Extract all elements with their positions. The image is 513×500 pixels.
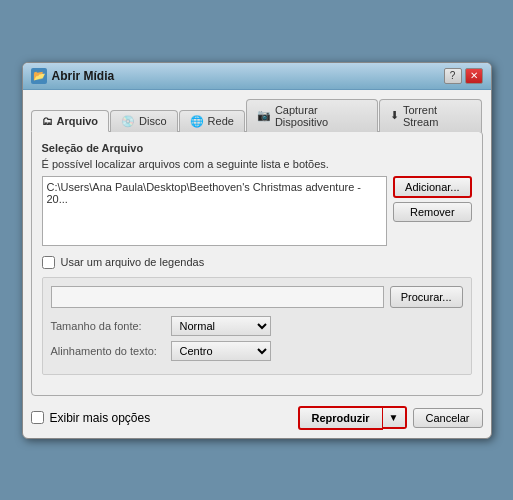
font-size-label: Tamanho da fonte: (51, 320, 171, 332)
subtitle-checkbox-row: Usar um arquivo de legendas (42, 256, 472, 269)
window-body: 🗂 Arquivo 💿 Disco 🌐 Rede 📷 Capturar Disp… (23, 90, 491, 438)
subtitle-file-input[interactable] (51, 286, 384, 308)
close-button[interactable]: ✕ (465, 68, 483, 84)
tab-capturar[interactable]: 📷 Capturar Dispositivo (246, 99, 378, 132)
tab-panel-arquivo: Seleção de Arquivo É possível localizar … (31, 131, 483, 396)
tab-disco-label: Disco (139, 115, 167, 127)
title-bar: 📂 Abrir Mídia ? ✕ (23, 63, 491, 90)
font-size-select[interactable]: Normal Pequeno Grande (171, 316, 271, 336)
align-label: Alinhamento do texto: (51, 345, 171, 357)
main-window: 📂 Abrir Mídia ? ✕ 🗂 Arquivo 💿 Disco 🌐 Re… (22, 62, 492, 439)
play-dropdown-button[interactable]: ▼ (383, 406, 407, 429)
more-options-checkbox[interactable] (31, 411, 44, 424)
file-section-title: Seleção de Arquivo (42, 142, 472, 154)
bottom-right: Reproduzir ▼ Cancelar (298, 406, 483, 430)
tab-arquivo-icon: 🗂 (42, 115, 53, 127)
subtitle-area: Procurar... Tamanho da fonte: Normal Peq… (42, 277, 472, 375)
play-button-group: Reproduzir ▼ (298, 406, 407, 430)
tab-rede-icon: 🌐 (190, 115, 204, 128)
browse-button[interactable]: Procurar... (390, 286, 463, 308)
align-row: Alinhamento do texto: Centro Esquerda Di… (51, 341, 463, 361)
help-button[interactable]: ? (444, 68, 462, 84)
subtitle-checkbox-label: Usar um arquivo de legendas (61, 256, 205, 268)
tab-arquivo-label: Arquivo (57, 115, 99, 127)
file-area: C:\Users\Ana Paula\Desktop\Beethoven's C… (42, 176, 472, 246)
subtitle-input-row: Procurar... (51, 286, 463, 308)
tab-bar: 🗂 Arquivo 💿 Disco 🌐 Rede 📷 Capturar Disp… (31, 98, 483, 131)
window-icon: 📂 (31, 68, 47, 84)
tab-disco-icon: 💿 (121, 115, 135, 128)
window-title: Abrir Mídia (52, 69, 115, 83)
add-button[interactable]: Adicionar... (393, 176, 471, 198)
title-controls: ? ✕ (444, 68, 483, 84)
play-button[interactable]: Reproduzir (298, 406, 383, 430)
remove-button[interactable]: Remover (393, 202, 471, 222)
tab-disco[interactable]: 💿 Disco (110, 110, 178, 132)
cancel-button[interactable]: Cancelar (413, 408, 483, 428)
file-path: C:\Users\Ana Paula\Desktop\Beethoven's C… (47, 181, 362, 205)
tab-torrent-label: Torrent Stream (403, 104, 471, 128)
more-options-label: Exibir mais opções (50, 411, 151, 425)
tab-rede-label: Rede (208, 115, 234, 127)
font-size-row: Tamanho da fonte: Normal Pequeno Grande (51, 316, 463, 336)
tab-capturar-label: Capturar Dispositivo (275, 104, 367, 128)
bottom-left: Exibir mais opções (31, 411, 151, 425)
tab-torrent-icon: ⬇ (390, 109, 399, 122)
tab-rede[interactable]: 🌐 Rede (179, 110, 245, 132)
subtitle-checkbox[interactable] (42, 256, 55, 269)
file-section-desc: É possível localizar arquivos com a segu… (42, 158, 472, 170)
align-select[interactable]: Centro Esquerda Direita (171, 341, 271, 361)
tab-torrent[interactable]: ⬇ Torrent Stream (379, 99, 482, 132)
tab-arquivo[interactable]: 🗂 Arquivo (31, 110, 110, 132)
file-buttons: Adicionar... Remover (393, 176, 471, 222)
title-bar-left: 📂 Abrir Mídia (31, 68, 115, 84)
tab-capturar-icon: 📷 (257, 109, 271, 122)
bottom-bar: Exibir mais opções Reproduzir ▼ Cancelar (31, 406, 483, 430)
file-list[interactable]: C:\Users\Ana Paula\Desktop\Beethoven's C… (42, 176, 388, 246)
